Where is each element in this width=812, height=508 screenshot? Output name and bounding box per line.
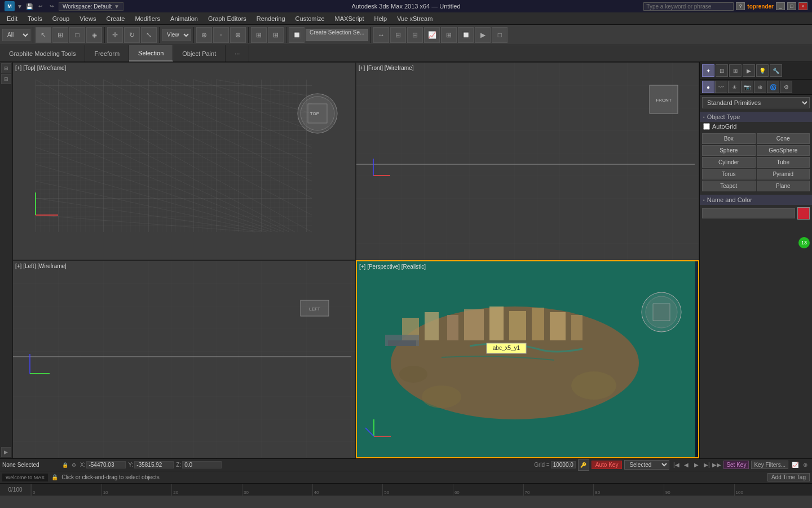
green-indicator[interactable]: 13 (798, 237, 810, 248)
ot-cylinder-btn[interactable]: Cylinder (702, 157, 756, 168)
maximize-button[interactable]: □ (787, 2, 796, 10)
ls-btn-2[interactable]: ⊟ (1, 74, 11, 84)
ribbon-tab-freeform[interactable]: Freeform (85, 45, 129, 62)
viewport-perspective[interactable]: [+] [Perspective] [Realistic] (356, 260, 699, 458)
close-button[interactable]: × (798, 2, 807, 10)
ribbon-tab-object-paint[interactable]: Object Paint (173, 45, 226, 62)
quick-access-undo[interactable]: ↩ (36, 2, 45, 10)
scale-btn[interactable]: ⤡ (141, 27, 157, 43)
align-btn[interactable]: ⊟ (390, 27, 406, 43)
ot-box-btn[interactable]: Box (702, 133, 756, 144)
ot-geosphere-btn[interactable]: GeoSphere (757, 145, 810, 156)
rendered-frame-window-btn[interactable]: □ (492, 27, 508, 43)
menu-edit[interactable]: Edit (2, 14, 22, 23)
snap-btn[interactable]: ⊕ (230, 27, 246, 43)
status-settings-icon[interactable]: ⚙ (70, 461, 78, 469)
status-lock-icon[interactable]: 🔒 (61, 461, 69, 469)
set-key-btn[interactable]: Set Key (723, 461, 749, 469)
menu-maxscript[interactable]: MAXScript (330, 14, 369, 23)
menu-tools[interactable]: Tools (23, 14, 47, 23)
rp-motion-tab[interactable]: ▶ (743, 64, 755, 77)
rp-modify-tab[interactable]: ⊟ (716, 64, 728, 77)
lock-icon[interactable]: 🔒 (50, 473, 59, 482)
ot-torus-btn[interactable]: Torus (702, 169, 756, 179)
window-crossing-btn[interactable]: ◈ (86, 27, 102, 43)
rp-helpers-btn[interactable]: ⊕ (754, 81, 766, 93)
schematic-view-btn[interactable]: ⊞ (441, 27, 457, 43)
menu-rendering[interactable]: Rendering (252, 14, 290, 23)
rp-lights-btn[interactable]: ☀ (728, 81, 740, 93)
menu-create[interactable]: Create (102, 14, 129, 23)
object-type-header[interactable]: ▪ Object Type (700, 112, 812, 122)
menu-modifiers[interactable]: Modifiers (130, 14, 165, 23)
curve-editor-btn[interactable]: 📈 (424, 27, 440, 43)
snap-toggle-btn[interactable]: ⋅ (213, 27, 229, 43)
material-editor-btn[interactable]: 🔲 (289, 27, 304, 43)
view-dropdown[interactable]: View (162, 29, 191, 41)
quick-access-redo[interactable]: ↪ (47, 2, 56, 10)
select-object-btn[interactable]: ↖ (36, 27, 51, 43)
quick-access-save[interactable]: 💾 (25, 2, 34, 10)
viewport-top[interactable]: [+] [Top] [Wireframe] (12, 62, 356, 260)
rp-geometry-btn[interactable]: ● (702, 81, 714, 93)
timeline-marks[interactable]: 0 10 20 30 40 50 60 70 80 90 100 (31, 484, 812, 496)
autogrid-checkbox[interactable] (703, 123, 710, 130)
select-by-name-btn[interactable]: ⊞ (52, 27, 68, 43)
help-icon[interactable]: ? (736, 2, 745, 10)
ribbon-tab-more[interactable]: ··· (226, 45, 249, 62)
rp-display-tab[interactable]: 💡 (756, 64, 769, 77)
workspace-dropdown[interactable]: Workspace: Default ▼ (59, 2, 123, 11)
menu-vue-xstream[interactable]: Vue xStream (392, 14, 437, 23)
ls-btn-bottom[interactable]: ▶ (1, 447, 11, 457)
name-and-color-header[interactable]: ▪ Name and Color (700, 195, 812, 205)
primitives-dropdown[interactable]: Standard Primitives (702, 97, 810, 108)
color-swatch[interactable] (797, 207, 810, 220)
viewport-left[interactable]: [+] [Left] [Wireframe] LEFT (12, 260, 356, 458)
menu-group[interactable]: Group (48, 14, 74, 23)
ot-cone-btn[interactable]: Cone (757, 133, 810, 144)
go-to-start-btn[interactable]: |◀ (672, 461, 681, 470)
mini-snap-btn[interactable]: ⊕ (801, 461, 810, 470)
rect-select-btn[interactable]: □ (69, 27, 85, 43)
viewport-top-label[interactable]: [+] [Top] [Wireframe] (15, 65, 66, 71)
rp-cameras-btn[interactable]: 📷 (741, 81, 753, 93)
ot-sphere-btn[interactable]: Sphere (702, 145, 756, 156)
ot-pyramid-btn[interactable]: Pyramid (757, 169, 810, 179)
ribbon-tab-graphite[interactable]: Graphite Modeling Tools (0, 45, 85, 62)
rp-systems-btn[interactable]: ⚙ (780, 81, 792, 93)
viewport-left-label[interactable]: [+] [Left] [Wireframe] (15, 263, 67, 269)
layer-manager-btn[interactable]: ⊟ (407, 27, 423, 43)
menu-customize[interactable]: Customize (291, 14, 329, 23)
lock-key-icon[interactable]: 🔑 (578, 459, 589, 471)
viewport-front-label[interactable]: [+] [Front] [Wireframe] (359, 65, 414, 71)
move-btn[interactable]: ✛ (107, 27, 123, 43)
rp-hierarchy-tab[interactable]: ⊞ (729, 64, 742, 77)
viewport-perspective-label[interactable]: [+] [Perspective] [Realistic] (359, 264, 426, 270)
key-filters-btn[interactable]: Key Filters... (751, 461, 788, 469)
viewport-front[interactable]: [+] [Front] [Wireframe] FRONT (356, 62, 699, 260)
ot-tube-btn[interactable]: Tube (757, 157, 810, 168)
add-time-tag-btn[interactable]: Add Time Tag (767, 473, 810, 481)
rp-shapes-btn[interactable]: 〰 (715, 81, 727, 93)
selection-filter-dropdown[interactable]: All (2, 29, 30, 41)
ribbon-tab-selection[interactable]: Selection (129, 45, 173, 62)
snap-3d-btn[interactable]: ⊞ (251, 27, 267, 43)
auto-key-btn[interactable]: Auto Key (592, 461, 623, 469)
mini-curve-btn[interactable]: 📈 (791, 461, 800, 470)
create-selection-set-btn[interactable]: Create Selection Se... (306, 29, 368, 41)
render-frame-btn[interactable]: ▶ (475, 27, 491, 43)
play-btn[interactable]: ▶ (692, 461, 701, 470)
pivot-btn[interactable]: ⊕ (196, 27, 212, 43)
render-setup-btn[interactable]: 🔲 (458, 27, 474, 43)
rp-spacewarps-btn[interactable]: 🌀 (767, 81, 779, 93)
rotate-btn[interactable]: ↻ (124, 27, 140, 43)
snap-set-btn[interactable]: ⊞ (1, 63, 11, 73)
rp-create-tab[interactable]: ✦ (702, 64, 714, 77)
ot-plane-btn[interactable]: Plane (757, 181, 810, 191)
mirror-btn[interactable]: ↔ (373, 27, 389, 43)
minimize-button[interactable]: _ (776, 2, 785, 10)
selected-dropdown[interactable]: Selected (624, 460, 669, 470)
rp-utilities-tab[interactable]: 🔧 (770, 64, 782, 77)
menu-graph-editors[interactable]: Graph Editors (204, 14, 251, 23)
search-input[interactable] (643, 2, 734, 11)
